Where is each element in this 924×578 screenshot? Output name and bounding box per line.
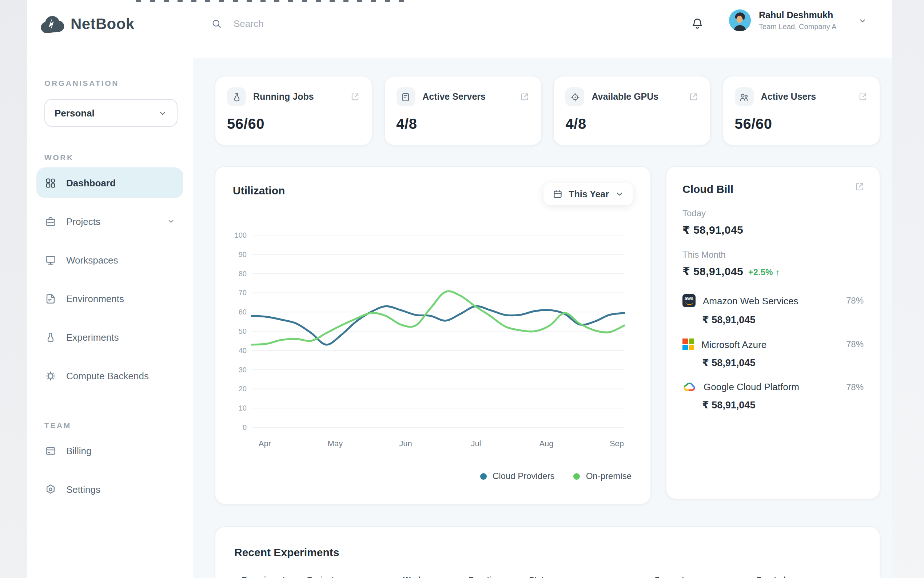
provider-amount: ₹ 58,91,045: [702, 314, 864, 325]
stat-card-available-gpus: Available GPUs4/8: [553, 76, 711, 146]
team-section-label: TEAM: [44, 421, 71, 430]
provider-row-gcp: Google Cloud Platform78%₹ 58,91,045: [683, 382, 864, 411]
external-link-icon[interactable]: [854, 181, 865, 192]
organisation-select[interactable]: Personal: [44, 99, 178, 127]
user-name: Rahul Deshmukh: [759, 10, 836, 21]
table-column-header: Duration: [469, 575, 501, 578]
period-selector[interactable]: This Year: [543, 183, 633, 205]
chevron-down-icon[interactable]: [858, 16, 867, 25]
svg-text:50: 50: [239, 327, 247, 335]
provider-amount: ₹ 58,91,045: [702, 357, 864, 369]
sidebar-item-label: Experiments: [66, 331, 119, 343]
stat-value: 4/8: [565, 116, 699, 133]
provider-percent: 78%: [846, 382, 864, 392]
user-menu[interactable]: Rahul Deshmukh Team Lead, Company A: [729, 10, 867, 31]
provider-percent: 78%: [846, 339, 864, 349]
sidebar-item-label: Dashboard: [66, 177, 116, 188]
chart-legend: Cloud ProvidersOn-premise: [480, 471, 631, 481]
sidebar-item-workspaces[interactable]: Workspaces: [36, 245, 183, 275]
brand-logo[interactable]: NetBook: [40, 15, 134, 34]
month-change-badge: +2.5% ↑: [748, 268, 780, 277]
svg-text:Jul: Jul: [471, 439, 481, 448]
sidebar-item-label: Settings: [66, 484, 100, 495]
month-value: ₹ 58,91,045+2.5% ↑: [683, 265, 864, 278]
user-role: Team Lead, Company A: [759, 23, 836, 31]
recent-experiments-title: Recent Experiments: [234, 546, 861, 559]
utilization-card: Utilization This Year 010203040506070809…: [215, 166, 651, 505]
gpu-icon: [565, 88, 584, 106]
external-link-icon[interactable]: [519, 92, 529, 102]
period-value: This Year: [569, 189, 609, 199]
app-window: NetBook Rahul Deshmukh Team Lead, Compan…: [0, 0, 924, 578]
brand-name: NetBook: [71, 15, 134, 33]
stat-label: Active Users: [761, 92, 851, 102]
notification-bell-icon[interactable]: [691, 17, 704, 31]
table-column-header: Created: [756, 575, 786, 578]
external-link-icon[interactable]: [858, 92, 868, 102]
provider-name: Amazon Web Services: [703, 295, 839, 306]
organisation-section-label: ORGANISATION: [44, 79, 119, 88]
chevron-down-icon: [167, 217, 175, 226]
external-link-icon[interactable]: [350, 92, 360, 102]
microsoft-azure-logo-icon: [683, 338, 694, 350]
stat-value: 56/60: [735, 116, 868, 133]
sidebar-item-label: Environments: [66, 293, 124, 304]
chevron-down-icon: [615, 189, 624, 199]
organisation-select-value: Personal: [55, 107, 95, 118]
svg-text:Sep: Sep: [610, 439, 624, 448]
svg-text:0: 0: [243, 423, 247, 431]
chip-icon: [44, 369, 57, 382]
stat-card-running-jobs: Running Jobs56/60: [215, 76, 372, 146]
svg-text:May: May: [328, 439, 343, 448]
team-nav: BillingSettings: [36, 435, 183, 513]
server-icon: [396, 88, 415, 106]
aws-logo-icon: aws: [683, 294, 696, 307]
netbook-cloud-logo-icon: [40, 15, 65, 34]
credit-card-icon: [44, 445, 57, 457]
recent-experiments-card: Recent Experiments ExperimentProjectWork…: [215, 526, 880, 578]
cloud-bill-card: Cloud Bill Today ₹ 58,91,045 This Month …: [666, 166, 880, 499]
svg-text:40: 40: [239, 346, 247, 354]
table-column-header: Project: [307, 575, 334, 578]
sidebar-item-settings[interactable]: Settings: [36, 474, 183, 505]
sidebar-item-label: Projects: [66, 216, 100, 227]
svg-text:60: 60: [239, 308, 247, 316]
cloud-bill-title: Cloud Bill: [683, 183, 864, 195]
provider-name: Google Cloud Platform: [704, 382, 839, 392]
google-cloud-logo-icon: [683, 382, 696, 392]
sidebar-item-environments[interactable]: Environments: [36, 283, 183, 314]
external-link-icon[interactable]: [688, 92, 699, 102]
month-label: This Month: [683, 250, 864, 260]
sidebar-item-projects[interactable]: Projects: [36, 206, 183, 237]
table-column-header: Status: [529, 575, 553, 578]
window-frame-left: [0, 0, 27, 578]
main-content: Running Jobs56/60Active Servers4/8Availa…: [193, 58, 892, 578]
svg-text:90: 90: [239, 250, 247, 258]
legend-item-cloud-providers: Cloud Providers: [480, 471, 555, 481]
search-icon: [211, 18, 222, 29]
sidebar-item-label: Billing: [66, 445, 91, 456]
calendar-icon: [552, 188, 563, 200]
sidebar-item-compute-backends[interactable]: Compute Backends: [36, 360, 183, 391]
flask-icon: [44, 331, 57, 343]
svg-text:10: 10: [239, 404, 247, 412]
svg-text:Jun: Jun: [399, 439, 412, 448]
stat-label: Running Jobs: [253, 92, 343, 102]
topbar: NetBook Rahul Deshmukh Team Lead, Compan…: [27, 0, 892, 59]
svg-text:20: 20: [239, 385, 247, 393]
sidebar-item-dashboard[interactable]: Dashboard: [36, 167, 183, 198]
sidebar-item-experiments[interactable]: Experiments: [36, 322, 183, 352]
sidebar: ORGANISATION Personal WORK DashboardProj…: [27, 58, 194, 578]
briefcase-icon: [44, 215, 57, 227]
svg-text:Aug: Aug: [539, 439, 553, 448]
dashboard-grid-icon: [44, 177, 57, 189]
stat-label: Active Servers: [422, 92, 512, 102]
provider-row-aws: awsAmazon Web Services78%₹ 58,91,045: [683, 294, 864, 325]
avatar: [729, 10, 751, 31]
stat-label: Available GPUs: [592, 92, 681, 102]
stat-card-active-users: Active Users56/60: [722, 76, 880, 146]
sidebar-item-billing[interactable]: Billing: [36, 435, 183, 466]
chevron-down-icon: [158, 108, 167, 118]
search-input[interactable]: [232, 18, 395, 30]
provider-percent: 78%: [846, 295, 864, 306]
